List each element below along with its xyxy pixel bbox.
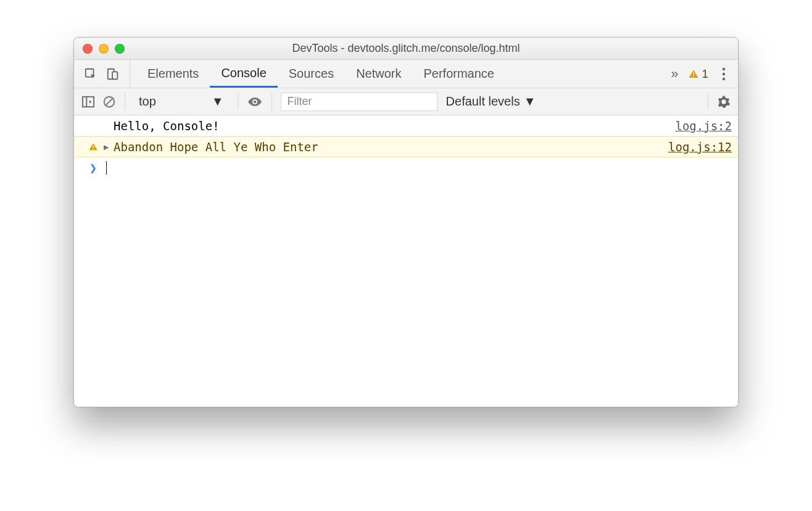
toggle-sidebar-icon[interactable] — [81, 96, 95, 108]
traffic-lights — [83, 44, 125, 54]
svg-point-5 — [723, 67, 725, 70]
filter-input[interactable] — [281, 93, 437, 111]
text-cursor — [106, 161, 107, 175]
tab-console[interactable]: Console — [210, 60, 277, 88]
svg-rect-4 — [694, 76, 695, 77]
svg-point-6 — [723, 72, 725, 75]
tab-network[interactable]: Network — [345, 60, 412, 88]
kebab-menu-icon[interactable] — [718, 67, 729, 81]
svg-rect-8 — [83, 96, 94, 106]
window-zoom-button[interactable] — [115, 44, 125, 54]
more-tabs-icon[interactable]: » — [671, 66, 678, 82]
divider — [238, 93, 238, 110]
inspect-tools — [74, 60, 130, 88]
console-row-warning: ▶ Abandon Hope All Ye Who Enter log.js:1… — [74, 136, 738, 157]
console-row: Hello, Console! log.js:2 — [74, 115, 738, 136]
console-prompt[interactable]: ❯ — [74, 157, 738, 178]
svg-rect-15 — [93, 149, 93, 149]
log-message: Abandon Hope All Ye Who Enter — [114, 140, 668, 154]
context-selector[interactable]: top ▼ — [134, 94, 229, 109]
svg-point-13 — [253, 100, 255, 102]
divider — [271, 93, 272, 110]
chevron-down-icon: ▼ — [212, 94, 224, 109]
svg-rect-14 — [93, 146, 93, 147]
warning-count: 1 — [702, 67, 708, 81]
divider — [708, 93, 708, 110]
console-toolbar: top ▼ Default levels ▼ — [74, 88, 738, 115]
window-title: DevTools - devtools.glitch.me/console/lo… — [74, 42, 738, 55]
svg-point-7 — [723, 77, 725, 80]
levels-label: Default levels — [446, 94, 520, 109]
log-message: Hello, Console! — [114, 119, 675, 133]
tab-elements[interactable]: Elements — [136, 60, 210, 88]
chevron-down-icon: ▼ — [524, 94, 536, 109]
inspect-element-icon[interactable] — [84, 67, 97, 81]
tab-list: Elements Console Sources Network Perform… — [130, 60, 662, 88]
prompt-chevron-icon: ❯ — [83, 160, 104, 175]
tab-performance[interactable]: Performance — [413, 60, 506, 88]
devtools-tabs-bar: Elements Console Sources Network Perform… — [74, 60, 738, 88]
window-titlebar: DevTools - devtools.glitch.me/console/lo… — [74, 38, 738, 60]
source-link[interactable]: log.js:12 — [668, 140, 732, 154]
warning-icon — [83, 142, 104, 152]
gear-icon[interactable] — [717, 95, 731, 109]
devtools-window: DevTools - devtools.glitch.me/console/lo… — [73, 37, 739, 407]
eye-icon[interactable] — [247, 96, 263, 107]
expand-arrow[interactable]: ▶ — [104, 142, 114, 152]
warning-badge[interactable]: 1 — [688, 67, 708, 81]
svg-line-11 — [106, 98, 113, 105]
window-close-button[interactable] — [83, 44, 93, 54]
device-toolbar-icon[interactable] — [106, 67, 120, 81]
tabs-right: » 1 — [662, 60, 738, 88]
svg-rect-3 — [694, 72, 695, 75]
source-link[interactable]: log.js:2 — [675, 119, 732, 133]
window-minimize-button[interactable] — [99, 44, 109, 54]
console-output: Hello, Console! log.js:2 ▶ Abandon Hope … — [74, 115, 738, 407]
log-levels-selector[interactable]: Default levels ▼ — [446, 94, 536, 109]
context-value: top — [139, 94, 156, 109]
tab-sources[interactable]: Sources — [278, 60, 345, 88]
svg-rect-2 — [112, 72, 117, 79]
divider — [125, 93, 125, 110]
clear-console-icon[interactable] — [102, 95, 116, 109]
